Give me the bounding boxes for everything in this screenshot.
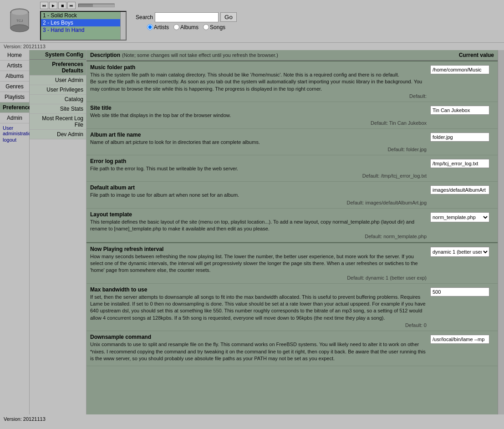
downsample-command-input[interactable]: [430, 335, 489, 344]
app-logo: TCJ: [4, 5, 36, 37]
version-top: Version: 20121113: [0, 43, 504, 50]
sidebar-item-home[interactable]: Home: [0, 50, 29, 61]
setting-description-layout-template: Layout template This template defines th…: [90, 211, 427, 239]
songs-radio-text: Songs: [210, 24, 225, 31]
error-log-path-input[interactable]: [430, 159, 489, 168]
now-playing-refresh-select[interactable]: dynamic 1 (better user exp): [430, 247, 489, 257]
play-button[interactable]: ▶: [49, 2, 57, 9]
player-controls: ⏮ ▶ ◼ ⏭ 1 - Solid Rock 2 - Les Boys 3 - …: [40, 2, 127, 41]
playlist-box[interactable]: 1 - Solid Rock 2 - Les Boys 3 - Hand In …: [40, 11, 127, 41]
songs-radio[interactable]: [203, 24, 209, 30]
sidebar-item-catalog[interactable]: Catalog: [30, 95, 86, 104]
setting-row-error-log-path: Error log path File path to the error lo…: [87, 155, 498, 182]
svg-point-2: [10, 25, 29, 32]
setting-row-site-title: Site title Web site title that displays …: [87, 102, 498, 128]
setting-value-music-folder: [430, 64, 494, 99]
list-item[interactable]: 3 - Hand In Hand: [41, 26, 126, 34]
default-album-art-input[interactable]: [430, 185, 489, 194]
setting-row-max-bandwidth: Max bandwidth to use If set, then the se…: [87, 284, 498, 332]
setting-body: How many seconds between refreshing the …: [90, 253, 427, 274]
setting-description-downsample-command: Downsample command Unix commands to use …: [90, 334, 427, 363]
layout-template-select[interactable]: norm_template.php: [430, 212, 489, 222]
artists-radio-label[interactable]: Artists: [147, 24, 169, 31]
sidebar-item-artists[interactable]: Artists: [0, 61, 29, 71]
progress-bar[interactable]: [78, 4, 115, 7]
setting-body: If set, then the server attempts to down…: [90, 294, 427, 322]
system-config-sidebar: System Config Preferences Defaults User …: [30, 50, 87, 414]
sidebar-item-admin[interactable]: Admin: [0, 113, 29, 123]
setting-value-site-title: [430, 105, 494, 125]
sidebar-item-genres[interactable]: Genres: [0, 82, 29, 92]
setting-row-now-playing-refresh: Now Playing refresh interval How many se…: [87, 242, 498, 284]
setting-default: Default: images/defaultAlbumArt.jpg: [90, 200, 427, 205]
setting-row-downsample-command: Downsample command Unix commands to use …: [87, 331, 498, 366]
user-administration-link[interactable]: User administration: [3, 125, 26, 136]
setting-description-album-art-filename: Album art file name Name of album art pi…: [90, 132, 427, 152]
setting-default: Default: dynamic 1 (better user exp): [90, 275, 427, 281]
setting-description-default-album-art: Default album art File path to image to …: [90, 184, 427, 205]
setting-body: This template defines the basic layout o…: [90, 219, 427, 233]
setting-body: Unix commands to use to split and resamp…: [90, 341, 427, 362]
setting-value-now-playing-refresh: dynamic 1 (better user exp): [430, 246, 494, 281]
site-title-input[interactable]: [430, 106, 489, 115]
setting-title: Music folder path: [90, 64, 427, 71]
list-item[interactable]: 1 - Solid Rock: [41, 12, 126, 19]
setting-value-layout-template: norm_template.php: [430, 211, 494, 239]
current-value-label: Current value: [459, 52, 494, 58]
albums-radio[interactable]: [173, 24, 179, 30]
setting-title: Error log path: [90, 158, 427, 164]
setting-row-music-folder: Music folder path This is the system fil…: [87, 61, 498, 102]
setting-row-layout-template: Layout template This template defines th…: [87, 209, 498, 242]
setting-description-error-log-path: Error log path File path to the error lo…: [90, 158, 427, 179]
sidebar-item-playlists[interactable]: Playlists: [0, 92, 29, 102]
skip-back-button[interactable]: ⏮: [40, 2, 48, 9]
description-note: (Note; some changes will not take effect…: [122, 52, 278, 58]
music-folder-input[interactable]: [430, 65, 489, 74]
setting-description-max-bandwidth: Max bandwidth to use If set, then the se…: [90, 286, 427, 328]
content-scrollbar[interactable]: [498, 50, 504, 414]
artists-radio-text: Artists: [154, 24, 169, 31]
sidebar-item-site-stats[interactable]: Site Stats: [30, 104, 86, 114]
sidebar-item-preferences[interactable]: Preferences: [0, 102, 29, 113]
setting-body: File path to the error log. This must be…: [90, 165, 427, 172]
sidebar-item-most-recent-log-file[interactable]: Most Recent Log File: [30, 114, 86, 130]
setting-title: Album art file name: [90, 132, 427, 138]
sidebar-item-user-privileges[interactable]: User Privileges: [30, 85, 86, 95]
version-bottom: Version: 20121113: [0, 414, 504, 424]
skip-forward-button[interactable]: ⏭: [67, 2, 76, 9]
setting-title: Site title: [90, 105, 427, 111]
go-button[interactable]: Go: [220, 12, 237, 22]
setting-value-error-log-path: [430, 158, 494, 179]
sidebar-item-dev-admin[interactable]: Dev Admin: [30, 130, 86, 139]
setting-default: Default: norm_template.php: [90, 234, 427, 239]
album-art-filename-input[interactable]: [430, 133, 489, 142]
transport-controls[interactable]: ⏮ ▶ ◼ ⏭: [40, 2, 127, 9]
sidebar-item-user-admin[interactable]: User Admin: [30, 76, 86, 85]
artists-radio[interactable]: [147, 24, 153, 30]
search-label: Search: [136, 14, 153, 20]
setting-description-music-folder: Music folder path This is the system fil…: [90, 64, 427, 99]
setting-row-album-art-filename: Album art file name Name of album art pi…: [87, 129, 498, 155]
setting-body: This is the system file path to main cat…: [90, 72, 427, 92]
max-bandwidth-input[interactable]: [430, 287, 489, 296]
content-area: Description (Note; some changes will not…: [87, 50, 498, 414]
playlist-scrollbar[interactable]: [120, 12, 126, 40]
songs-radio-label[interactable]: Songs: [203, 24, 225, 31]
setting-title: Now Playing refresh interval: [90, 246, 427, 252]
user-admin-links: User administration logout: [0, 123, 29, 145]
list-item[interactable]: 2 - Les Boys: [41, 19, 126, 26]
system-config-header: System Config: [30, 50, 86, 60]
svg-point-3: [11, 10, 28, 15]
setting-body: File path to image to use for album art …: [90, 192, 427, 199]
sidebar-item-albums[interactable]: Albums: [0, 71, 29, 82]
search-radios: Artists Albums Songs: [147, 24, 225, 31]
sidebar-item-preferences-defaults[interactable]: Preferences Defaults: [30, 60, 86, 76]
description-label: Description: [90, 52, 120, 58]
albums-radio-label[interactable]: Albums: [173, 24, 199, 31]
setting-description-now-playing-refresh: Now Playing refresh interval How many se…: [90, 246, 427, 281]
setting-description-site-title: Site title Web site title that displays …: [90, 105, 427, 125]
logout-link[interactable]: logout: [3, 137, 26, 143]
stop-button[interactable]: ◼: [58, 2, 66, 9]
setting-title: Layout template: [90, 211, 427, 218]
search-input[interactable]: [155, 12, 219, 22]
